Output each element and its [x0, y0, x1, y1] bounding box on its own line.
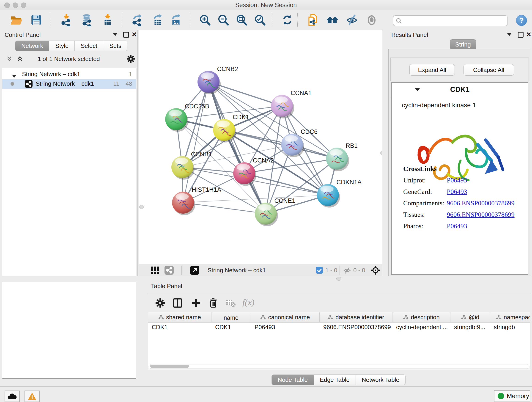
column-header-canonical-name[interactable]: canonical name — [251, 313, 320, 322]
add-column-icon[interactable] — [191, 298, 201, 308]
collapse-all-button[interactable]: Collapse All — [463, 64, 514, 76]
tab-sets[interactable]: Sets — [103, 41, 127, 51]
import-table-from-file-button[interactable] — [101, 13, 114, 26]
node-label-RB1: RB1 — [346, 142, 358, 149]
delete-column-icon[interactable] — [208, 298, 219, 308]
expand-all-button[interactable]: Expand All — [409, 64, 455, 76]
left-splitter-handle[interactable] — [139, 205, 144, 209]
horizontal-splitter-handle[interactable] — [336, 277, 341, 281]
crosslink-link[interactable]: P06493 — [447, 177, 467, 184]
column-header-namespace[interactable]: namespace — [490, 313, 530, 322]
column-header-database-identifier[interactable]: database identifier — [320, 313, 393, 322]
tab-select[interactable]: Select — [75, 41, 103, 51]
protein-header[interactable]: CDK1 — [392, 83, 528, 98]
string-results-tab[interactable]: String — [450, 39, 476, 50]
node-CDK1[interactable]: CDK1 — [213, 114, 249, 143]
table-panel-tabs: Node TableEdge TableNetwork Table — [272, 375, 405, 385]
column-header-description[interactable]: description — [393, 313, 450, 322]
column-header-shared-name[interactable]: shared name — [148, 313, 211, 322]
tab-style[interactable]: Style — [49, 41, 75, 51]
edge-CCNB2-CCNE1[interactable] — [209, 82, 266, 214]
toolbar-separator — [51, 13, 51, 27]
table-panel: Table Panel f(x) — [138, 282, 532, 386]
network-options-gear-icon[interactable] — [127, 55, 135, 63]
network-canvas[interactable]: CCNB2CCNA1CDC25BCDK1CDC6RB1CCNB1CCNA2CDK… — [139, 30, 382, 264]
string-results-container: Expand All Collapse All CDK1 cyclin-depe… — [388, 49, 531, 289]
export-network-button[interactable] — [131, 13, 144, 26]
node-CDC25B[interactable]: CDC25B — [165, 103, 209, 132]
warnings-button[interactable] — [25, 390, 40, 402]
open-in-browser-icon[interactable] — [190, 266, 199, 275]
column-header--id[interactable]: @id — [450, 313, 490, 322]
zoom-out-button[interactable] — [217, 13, 230, 26]
open-session-button[interactable] — [10, 13, 22, 26]
save-session-button[interactable] — [30, 13, 43, 26]
tab-network-table[interactable]: Network Table — [356, 375, 405, 385]
hide-selected-button[interactable] — [346, 13, 358, 26]
memory-button[interactable]: Memory — [494, 390, 530, 402]
help-button[interactable]: ? — [516, 15, 527, 26]
float-panel-icon[interactable] — [123, 32, 129, 38]
expand-collection-icon[interactable] — [12, 72, 17, 79]
scrollbar-thumb[interactable] — [150, 365, 189, 368]
export-table-button[interactable] — [152, 13, 165, 26]
table-horizontal-scrollbar[interactable] — [149, 364, 529, 369]
show-all-networks-button[interactable] — [326, 13, 339, 26]
import-network-from-database-button[interactable] — [81, 13, 94, 26]
show-hidden-button[interactable] — [365, 13, 378, 26]
close-panel-icon[interactable]: ✕ — [132, 32, 137, 37]
network-view-title: String Network – cdk1 — [208, 267, 266, 274]
table-options-gear-icon[interactable] — [155, 298, 165, 308]
crosslink-row: Compartments:9606.ENSP00000378699 — [403, 199, 515, 207]
selected-checkbox-icon[interactable] — [316, 267, 323, 274]
grid-view-icon[interactable] — [151, 266, 159, 274]
titlebar: Session: New Session — [0, 0, 532, 10]
panel-menu-icon[interactable] — [113, 33, 118, 37]
tab-network[interactable]: Network — [15, 41, 49, 51]
node-CCNB1[interactable]: CCNB1 — [171, 151, 212, 180]
show-columns-icon[interactable] — [172, 298, 183, 308]
float-panel-icon[interactable] — [518, 32, 524, 38]
table-toolbar: f(x) — [148, 294, 530, 312]
column-header-name[interactable]: name — [211, 313, 251, 323]
hidden-eye-icon[interactable] — [343, 267, 351, 274]
tab-edge-table[interactable]: Edge Table — [314, 375, 356, 385]
tab-node-table[interactable]: Node Table — [272, 375, 314, 385]
toolbar-separator — [298, 13, 298, 27]
crosslink-row: Tissues:9606.ENSP00000378699 — [403, 211, 515, 218]
zoom-selected-button[interactable] — [253, 13, 266, 26]
crosslink-label: Tissues: — [403, 211, 447, 218]
search-input[interactable] — [404, 17, 506, 25]
edge-CDK1-RB1[interactable] — [224, 130, 337, 159]
cloud-status-button[interactable] — [5, 390, 20, 402]
network-row[interactable]: String Network – cdk1 11 48 — [2, 79, 136, 89]
crosslink-link[interactable]: 9606.ENSP00000378699 — [447, 199, 515, 207]
node-HIST1H1A[interactable]: HIST1H1A — [172, 186, 221, 215]
import-network-from-file-button[interactable] — [60, 13, 73, 26]
edge-HIST1H1A-CCNE1[interactable] — [183, 203, 266, 214]
network-selection-row: 1 of 1 Network selected — [0, 54, 138, 64]
node-RB1[interactable]: RB1 — [326, 142, 358, 171]
crosslink-link[interactable]: P06493 — [447, 188, 467, 195]
close-panel-icon[interactable]: ✕ — [526, 32, 531, 37]
crosslink-link[interactable]: 9606.ENSP00000378699 — [447, 211, 515, 218]
panel-menu-icon[interactable] — [507, 33, 512, 37]
crosslink-link[interactable]: P06493 — [447, 222, 467, 230]
node-CCNA1[interactable]: CCNA1 — [271, 89, 312, 119]
network-collection-row[interactable]: String Network – cdk1 1 — [2, 70, 136, 79]
string-view-icon[interactable] — [165, 266, 174, 275]
apply-layout-button[interactable] — [281, 13, 294, 26]
search-box — [393, 15, 508, 26]
zoom-in-button[interactable] — [198, 13, 211, 26]
toolbar-separator — [122, 13, 122, 27]
horizontal-splitter[interactable] — [0, 276, 532, 282]
clone-network-button[interactable] — [306, 13, 319, 26]
delete-table-icon[interactable] — [225, 298, 236, 308]
birds-eye-view-icon[interactable] — [371, 265, 380, 275]
table-row[interactable]: CDK1CDK1P064939606.ENSP00000378699cyclin… — [148, 322, 530, 332]
function-builder-icon[interactable]: f(x) — [242, 297, 254, 307]
node-CDKN1A[interactable]: CDKN1A — [317, 179, 361, 208]
zoom-fit-button[interactable] — [235, 13, 248, 26]
houses-icon — [326, 13, 339, 26]
export-image-button[interactable] — [170, 13, 183, 26]
